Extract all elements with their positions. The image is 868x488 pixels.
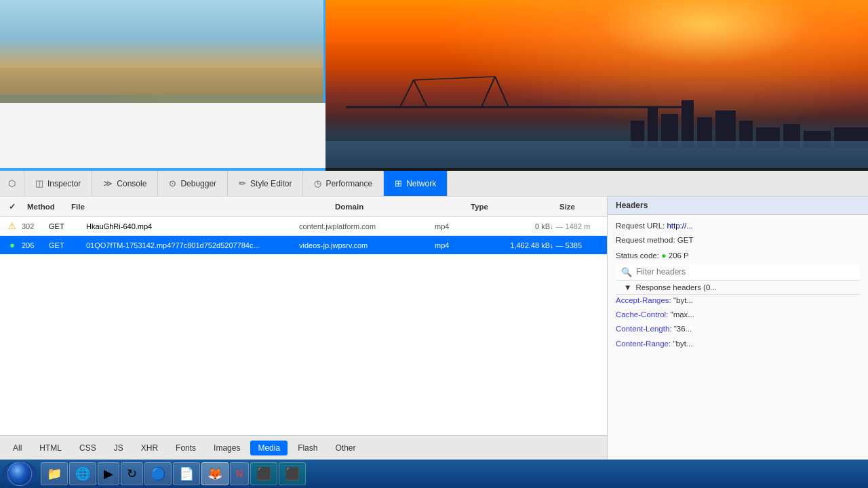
devtools-icon-btn[interactable]: ⬡: [0, 171, 24, 196]
col-file[interactable]: File: [66, 203, 330, 211]
headers-content: Request URL: http://... Request method: …: [608, 215, 868, 460]
col-type[interactable]: Type: [465, 203, 513, 211]
taskbar-item-chrome[interactable]: 🔵: [144, 462, 172, 485]
row-size: 1,462.48 kB: [482, 241, 550, 249]
debugger-label: Debugger: [180, 179, 216, 188]
row-status-code: 302: [22, 222, 49, 230]
response-headers-label: Response headers (0...: [635, 283, 717, 291]
tab-network[interactable]: ⊞ Network: [384, 171, 448, 196]
taskbar: 📁 🌐 ▶ ↻ 🔵 📄 🦊 N ⬛ ⬛: [0, 460, 868, 488]
taskbar-item-media[interactable]: ▶: [98, 462, 119, 485]
status-dot: ●: [661, 251, 669, 260]
content-length-line: Content-Length: "36...: [616, 323, 860, 335]
devtools-panel: ⬡ ◫ Inspector ≫ Console ⊙ Debugger ✏ Sty…: [0, 171, 868, 460]
filter-flash[interactable]: Flash: [290, 441, 325, 455]
taskbar-item-sync[interactable]: ↻: [121, 462, 143, 485]
network-icon: ⊞: [395, 178, 402, 188]
style-editor-label: Style Editor: [250, 179, 292, 188]
tab-console[interactable]: ≫ Console: [92, 171, 158, 196]
status-code-value: 206 P: [669, 251, 689, 260]
devtools-icon: ⬡: [8, 178, 16, 188]
tab-debugger[interactable]: ⊙ Debugger: [158, 171, 228, 196]
status-code-line: Status code: ● 206 P: [616, 249, 860, 262]
taskbar-item-app1[interactable]: N: [230, 462, 249, 485]
filter-fonts[interactable]: Fonts: [168, 441, 203, 455]
status-code-key: Status code:: [616, 251, 659, 260]
col-domain[interactable]: Domain: [330, 203, 465, 211]
request-method-value: GET: [677, 236, 694, 244]
tab-style-editor[interactable]: ✏ Style Editor: [228, 171, 303, 196]
taskbar-item-notepad[interactable]: 📄: [173, 462, 200, 485]
taskbar-item-firefox[interactable]: 🦊: [201, 462, 229, 485]
filter-other[interactable]: Other: [328, 441, 363, 455]
row-status-icon: ⚠: [3, 221, 22, 231]
start-button[interactable]: [3, 461, 37, 487]
tab-performance[interactable]: ◷ Performance: [303, 171, 384, 196]
inspector-label: Inspector: [47, 179, 81, 188]
table-header: ✓ Method File Domain Type Size: [0, 197, 607, 217]
console-label: Console: [117, 179, 146, 188]
filter-all[interactable]: All: [5, 441, 29, 455]
svg-line-3: [481, 77, 495, 107]
ok-icon: ●: [9, 240, 15, 250]
browser-content: [0, 0, 868, 168]
row-size: 0 kB: [482, 222, 550, 230]
devtools-toolbar: ⬡ ◫ Inspector ≫ Console ⊙ Debugger ✏ Sty…: [0, 171, 868, 197]
filter-html[interactable]: HTML: [32, 441, 69, 455]
chevron-down-icon: ▼: [624, 283, 631, 291]
request-url-line: Request URL: http://...: [616, 220, 860, 232]
filter-js[interactable]: JS: [106, 441, 131, 455]
row-file: HkauGhRi-640.mp4: [86, 222, 299, 230]
tab-inspector[interactable]: ◫ Inspector: [24, 171, 92, 196]
row-status-code: 206: [22, 241, 49, 249]
content-range-line: Content-Range: "byt...: [616, 338, 860, 350]
response-headers-title[interactable]: ▼ Response headers (0...: [616, 281, 860, 295]
request-url-key: Request URL:: [616, 222, 665, 230]
col-method[interactable]: Method: [22, 203, 66, 211]
inspector-icon: ◫: [35, 178, 43, 188]
row-timeline: ↓ — 1482 m: [550, 222, 604, 230]
skyline-svg: [631, 80, 868, 148]
col-size[interactable]: Size: [513, 203, 580, 211]
svg-line-4: [495, 77, 509, 107]
filter-images[interactable]: Images: [206, 441, 248, 455]
performance-icon: ◷: [314, 178, 321, 188]
content-length-key: Content-Length:: [616, 325, 671, 333]
network-panel: ✓ Method File Domain Type Size ⚠ 302 GET…: [0, 197, 868, 460]
row-method: GET: [49, 241, 86, 249]
taskbar-item-explorer[interactable]: 📁: [41, 462, 68, 485]
taskbar-item-cmd1[interactable]: ⬛: [250, 462, 277, 485]
request-url-value: http://...: [667, 222, 692, 230]
row-status-icon: ●: [3, 240, 22, 250]
row-domain: videos-jp.jwpsrv.com: [299, 241, 435, 249]
accept-ranges-line: Accept-Ranges: "byt...: [616, 295, 860, 306]
filter-xhr[interactable]: XHR: [134, 441, 165, 455]
warn-icon: ⚠: [8, 221, 16, 231]
accept-ranges-value: "byt...: [673, 296, 693, 304]
cache-control-line: Cache-Control: "max...: [616, 309, 860, 321]
svg-line-1: [400, 80, 414, 107]
request-method-key: Request method:: [616, 236, 675, 244]
row-domain: content.jwplatform.com: [299, 222, 435, 230]
filter-media[interactable]: Media: [250, 441, 288, 455]
table-row[interactable]: ● 206 GET 01QO7fTM-1753142.mp4?77c801d75…: [0, 236, 607, 255]
debugger-icon: ⊙: [169, 178, 176, 188]
taskbar-item-cmd2[interactable]: ⬛: [279, 462, 306, 485]
filter-headers-input[interactable]: [636, 267, 854, 277]
content-range-value: "byt...: [673, 340, 692, 348]
headers-panel: Headers Request URL: http://... Request …: [607, 197, 868, 460]
filter-headers-bar: 🔍: [616, 264, 860, 281]
accept-ranges-key: Accept-Ranges:: [616, 296, 671, 304]
svg-line-2: [414, 80, 427, 107]
filter-css[interactable]: CSS: [72, 441, 104, 455]
table-row[interactable]: ⚠ 302 GET HkauGhRi-640.mp4 content.jwpla…: [0, 217, 607, 236]
row-type: mp4: [435, 222, 482, 230]
filter-bar: All HTML CSS JS XHR Fonts Images Media F…: [0, 435, 607, 460]
content-range-key: Content-Range:: [616, 340, 671, 348]
request-method-line: Request method: GET: [616, 235, 860, 246]
row-timeline: ↓ — 5385: [550, 241, 604, 249]
style-editor-icon: ✏: [239, 178, 246, 188]
content-length-value: "36...: [674, 325, 692, 333]
performance-label: Performance: [326, 179, 372, 188]
taskbar-item-ie[interactable]: 🌐: [69, 462, 96, 485]
